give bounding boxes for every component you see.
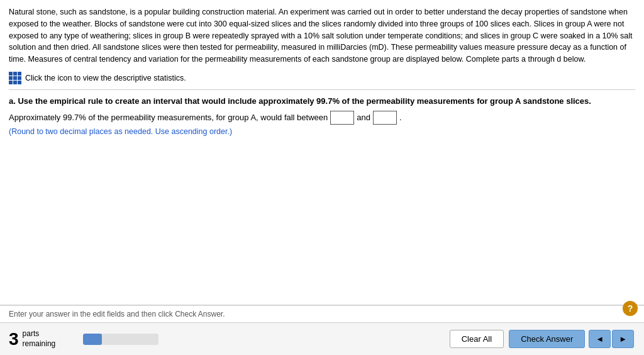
status-text: Enter your answer in the edit fields and…	[9, 310, 225, 318]
passage-text: Natural stone, such as sandstone, is a p…	[9, 6, 635, 65]
progress-bar-fill	[83, 334, 102, 345]
main-content: Natural stone, such as sandstone, is a p…	[0, 0, 644, 305]
answer-suffix: .	[399, 113, 402, 122]
answer-and: and	[357, 113, 370, 122]
answer-row: Approximately 99.7% of the permeability …	[9, 111, 635, 125]
nav-next-button[interactable]: ►	[612, 330, 634, 348]
answer-input-1[interactable]	[330, 111, 354, 125]
parts-number: 3	[9, 330, 19, 348]
hint-text: (Round to two decimal places as needed. …	[9, 127, 635, 136]
icon-row: Click the icon to view the descriptive s…	[9, 72, 635, 90]
status-bar: Enter your answer in the edit fields and…	[0, 305, 644, 322]
part-a-header: a. Use the empirical rule to create an i…	[9, 96, 635, 106]
parts-remaining: 3 partsremaining	[9, 329, 78, 349]
help-button[interactable]: ?	[623, 301, 638, 316]
check-answer-button[interactable]: Check Answer	[509, 330, 585, 348]
answer-input-2[interactable]	[373, 111, 397, 125]
nav-prev-button[interactable]: ◄	[589, 330, 611, 348]
icon-label: Click the icon to view the descriptive s…	[25, 74, 186, 82]
grid-icon[interactable]	[9, 72, 21, 84]
parts-label: partsremaining	[23, 329, 56, 349]
answer-prefix: Approximately 99.7% of the permeability …	[9, 113, 328, 122]
bottom-bar: 3 partsremaining Clear All Check Answer …	[0, 322, 644, 355]
clear-all-button[interactable]: Clear All	[450, 330, 504, 348]
progress-bar-container	[83, 334, 158, 345]
